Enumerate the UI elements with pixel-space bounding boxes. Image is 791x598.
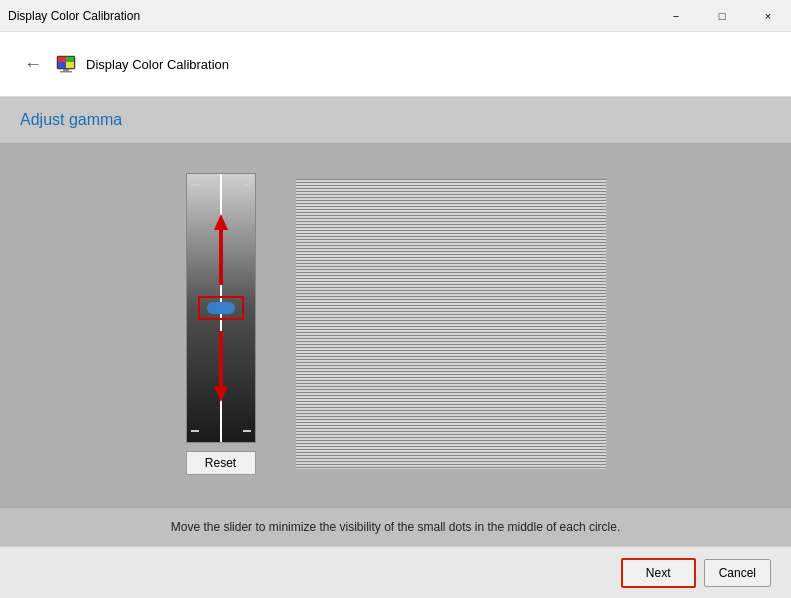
instruction-area: Move the slider to minimize the visibili… (0, 507, 791, 546)
maximize-button[interactable]: □ (699, 0, 745, 32)
arrow-up-stem (219, 230, 223, 285)
svg-rect-5 (63, 69, 69, 71)
section-heading: Adjust gamma (20, 111, 122, 128)
arrow-up-head (214, 214, 228, 230)
main-content: Adjust gamma (0, 97, 791, 598)
cancel-button[interactable]: Cancel (704, 559, 771, 587)
bottom-bar: Next Cancel (0, 546, 791, 598)
header-title: Display Color Calibration (86, 57, 229, 72)
tick-left-top (191, 184, 199, 186)
arrow-down-group (214, 331, 228, 402)
slider-container: Reset (186, 173, 256, 475)
svg-rect-6 (60, 71, 72, 73)
tick-left-bottom (191, 430, 199, 432)
svg-rect-3 (58, 62, 66, 68)
svg-rect-4 (66, 62, 74, 68)
minimize-button[interactable]: − (653, 0, 699, 32)
title-bar-left: Display Color Calibration (8, 9, 140, 23)
svg-rect-2 (66, 57, 74, 62)
app-icon (56, 54, 76, 74)
title-bar-title: Display Color Calibration (8, 9, 140, 23)
header-area: ← Display Color Calibration (0, 32, 791, 97)
content-area: Reset (0, 143, 791, 507)
gamma-pattern (296, 179, 606, 469)
arrow-down-stem (219, 331, 223, 386)
close-button[interactable]: × (745, 0, 791, 32)
reset-button[interactable]: Reset (186, 451, 256, 475)
gamma-visuals: Reset (186, 173, 606, 475)
arrow-up-group (214, 214, 228, 285)
slider-thumb-box (198, 296, 244, 320)
tick-right-bottom (243, 430, 251, 432)
slider-track[interactable] (186, 173, 256, 443)
arrow-down-head (214, 386, 228, 402)
next-button[interactable]: Next (621, 558, 696, 588)
title-controls: − □ × (653, 0, 791, 32)
tick-right-top (243, 184, 251, 186)
gamma-pattern-inner (296, 179, 606, 469)
svg-rect-1 (58, 57, 66, 62)
section-heading-area: Adjust gamma (0, 97, 791, 143)
back-button[interactable]: ← (20, 51, 46, 77)
slider-thumb[interactable] (207, 302, 235, 314)
title-bar: Display Color Calibration − □ × (0, 0, 791, 32)
instruction-text: Move the slider to minimize the visibili… (171, 520, 621, 534)
